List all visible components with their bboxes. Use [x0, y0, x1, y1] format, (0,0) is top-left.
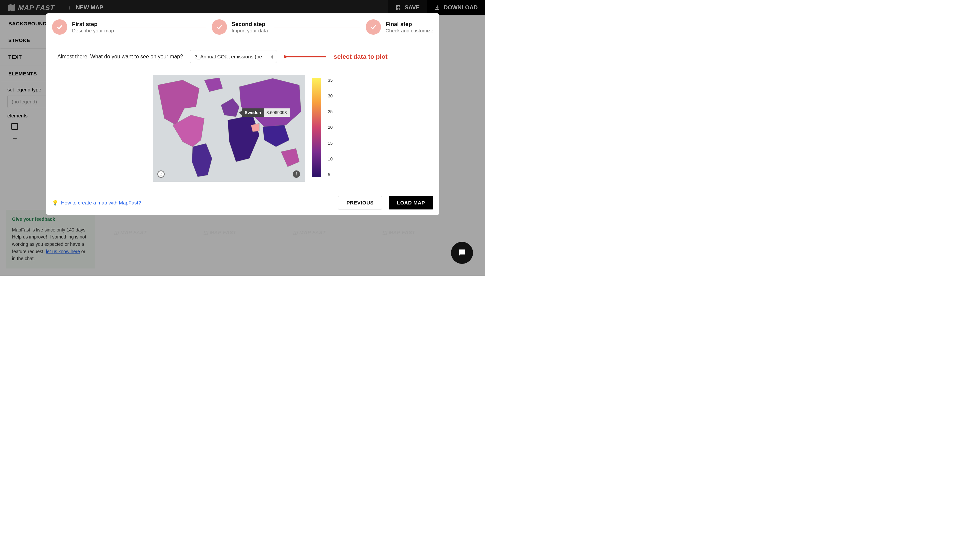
color-legend-ticks: 35 30 25 20 15 10 5: [328, 78, 333, 177]
previous-button[interactable]: PREVIOUS: [338, 196, 382, 210]
wizard-modal: First step Describe your map Second step…: [46, 13, 439, 215]
step2-title: Second step: [232, 21, 268, 28]
step3-sub: Check and customize: [386, 28, 433, 33]
legend-tick: 35: [328, 78, 333, 83]
check-icon: [212, 20, 227, 35]
check-icon: [366, 20, 381, 35]
world-map-svg: [153, 75, 305, 182]
wizard-step-2: Second step Import your data: [212, 20, 268, 35]
tooltip-country: Sweden: [242, 108, 264, 117]
step3-title: Final step: [386, 21, 433, 28]
annotation-arrow-icon: [284, 53, 327, 60]
wizard-steps: First step Describe your map Second step…: [52, 20, 433, 35]
map-preview[interactable]: Sweden 3.6069093 ⌂ i: [153, 75, 305, 182]
legend-tick: 20: [328, 125, 333, 130]
step2-sub: Import your data: [232, 28, 268, 33]
annotation-text: select data to plot: [334, 53, 388, 60]
data-column-select[interactable]: 3_Annual COâ‚‚ emissions (pe ▴▾: [190, 50, 277, 63]
chat-button[interactable]: [451, 242, 473, 264]
help-link[interactable]: 💡 How to create a map with MapFast?: [52, 200, 141, 206]
map-preview-area: Sweden 3.6069093 ⌂ i 35 30 25 20 15 10 5: [153, 75, 333, 182]
map-info-button[interactable]: i: [293, 171, 300, 178]
map-reset-button[interactable]: ⌂: [157, 171, 165, 178]
wizard-step-3: Final step Check and customize: [366, 20, 433, 35]
legend-tick: 5: [328, 172, 333, 177]
color-legend-bar: [312, 78, 321, 177]
data-select-prompt: Almost there! What do you want to see on…: [57, 54, 183, 60]
step1-sub: Describe your map: [72, 28, 114, 33]
tooltip-value: 3.6069093: [264, 108, 289, 117]
wizard-step-1: First step Describe your map: [52, 20, 114, 35]
load-map-button[interactable]: LOAD MAP: [389, 196, 433, 210]
chevron-updown-icon: ▴▾: [271, 54, 273, 59]
step1-title: First step: [72, 21, 114, 28]
legend-tick: 10: [328, 156, 333, 161]
map-tooltip: Sweden 3.6069093: [239, 108, 290, 117]
step-connector: [120, 27, 206, 27]
help-link-text: How to create a map with MapFast?: [61, 200, 141, 205]
legend-tick: 25: [328, 109, 333, 114]
check-icon: [52, 20, 67, 35]
lightbulb-icon: 💡: [52, 200, 58, 206]
data-column-value: 3_Annual COâ‚‚ emissions (pe: [195, 54, 262, 59]
chat-icon: [457, 248, 467, 258]
legend-tick: 15: [328, 141, 333, 146]
step-connector: [274, 27, 360, 27]
tooltip-pointer-icon: [239, 111, 242, 115]
legend-tick: 30: [328, 93, 333, 98]
